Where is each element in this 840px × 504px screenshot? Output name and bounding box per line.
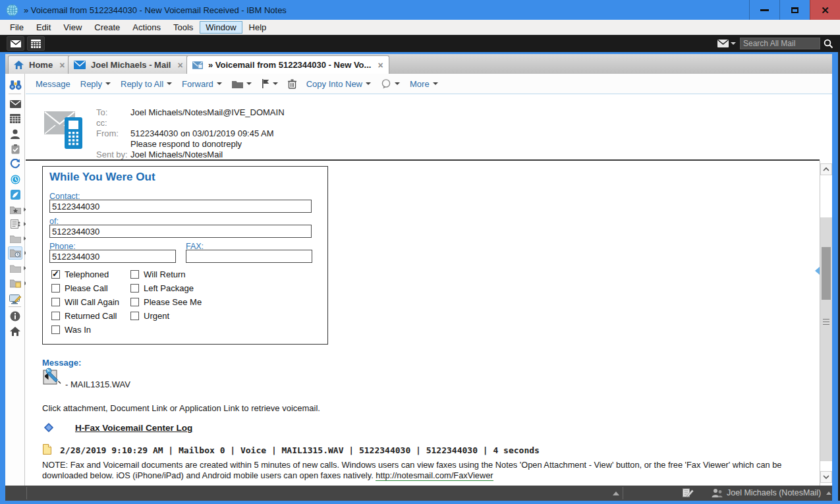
- checkbox-icon[interactable]: [51, 298, 60, 306]
- checkbox-was-in[interactable]: Was In: [51, 324, 91, 335]
- move-to-folder-button[interactable]: [232, 80, 252, 88]
- copy-into-new-button[interactable]: Copy Into New: [306, 79, 371, 89]
- forward-button[interactable]: Forward: [182, 79, 222, 89]
- checkbox-icon[interactable]: [130, 270, 139, 279]
- tab-bar: Home × Joel Michaels - Mail × » Voicemai…: [0, 54, 840, 74]
- mail-icon: [11, 40, 21, 47]
- contacts-icon[interactable]: [8, 127, 22, 140]
- tab-close-icon[interactable]: ×: [378, 61, 383, 70]
- sync-icon[interactable]: [8, 157, 22, 171]
- tab-mail[interactable]: Joel Michaels - Mail ×: [68, 55, 189, 74]
- attachment-name[interactable]: - MAIL1315.WAV: [65, 379, 130, 389]
- menu-window[interactable]: Window: [200, 21, 242, 34]
- menu-file[interactable]: File: [4, 21, 30, 34]
- checkbox-please-call[interactable]: Please Call: [51, 283, 108, 293]
- menu-create[interactable]: Create: [88, 21, 126, 34]
- maximize-button[interactable]: [779, 0, 810, 20]
- mail-icon[interactable]: [8, 98, 22, 111]
- checkbox-will-return[interactable]: Will Return: [130, 269, 186, 279]
- search-binoculars-icon[interactable]: [8, 78, 22, 92]
- calendar-icon[interactable]: [8, 112, 22, 125]
- scroll-down-button[interactable]: [820, 471, 832, 483]
- menu-view[interactable]: View: [57, 21, 88, 34]
- wav-attachment-icon[interactable]: [43, 367, 64, 385]
- recent-folder-icon[interactable]: [8, 246, 22, 260]
- current-user-menu[interactable]: Joel Michaels (NotesMail): [727, 488, 831, 497]
- message-button[interactable]: Message: [36, 79, 70, 89]
- home-icon[interactable]: [8, 325, 22, 338]
- open-calendar-button[interactable]: [27, 36, 45, 51]
- fax-viewer-link[interactable]: http://notesmail.com/FaxViewer: [376, 470, 493, 481]
- doclink-diamond-icon[interactable]: [44, 423, 53, 432]
- chat-button[interactable]: [381, 79, 400, 89]
- fax-input[interactable]: [186, 250, 312, 263]
- more-button[interactable]: More: [410, 79, 438, 89]
- hfax-voicemail-center-log-link[interactable]: H-Fax Voicemail Center Log: [75, 423, 192, 433]
- checkbox-left-package[interactable]: Left Package: [130, 283, 194, 293]
- window-border-right: [832, 52, 838, 504]
- scroll-up-button[interactable]: [820, 163, 832, 175]
- links-document-icon[interactable]: [8, 217, 22, 231]
- search-scope-mail-icon[interactable]: [717, 40, 729, 47]
- vertical-scrollbar[interactable]: [820, 161, 832, 486]
- reply-to-all-button[interactable]: Reply to All: [121, 79, 172, 89]
- of-input[interactable]: [49, 225, 312, 238]
- flag-icon: [262, 79, 269, 88]
- checkbox-icon[interactable]: [51, 325, 60, 334]
- status-editor-icon[interactable]: [683, 488, 694, 498]
- notes-folder-icon[interactable]: [8, 277, 22, 290]
- delete-button[interactable]: [288, 79, 296, 89]
- feeds-icon[interactable]: [8, 188, 22, 201]
- alarm-icon[interactable]: [8, 173, 22, 186]
- tab-close-icon[interactable]: ×: [59, 61, 65, 70]
- status-location-icon[interactable]: [712, 488, 723, 498]
- open-mail-button[interactable]: [7, 36, 24, 51]
- minimize-button[interactable]: [749, 0, 779, 20]
- checkbox-returned-call[interactable]: Returned Call: [51, 310, 117, 321]
- folder-icon[interactable]: [8, 232, 22, 245]
- tab-voicemail[interactable]: » Voicemail from 5122344030 - New Vo... …: [186, 55, 389, 74]
- scrollbar-grip-icon[interactable]: [823, 319, 829, 325]
- follow-up-flag-button[interactable]: [262, 79, 278, 88]
- menu-tools[interactable]: Tools: [167, 21, 199, 34]
- log-document-icon[interactable]: [43, 444, 51, 455]
- dropdown-icon: [433, 82, 438, 85]
- folder-icon[interactable]: [8, 262, 22, 275]
- contact-input[interactable]: [49, 200, 312, 213]
- info-icon[interactable]: [8, 310, 22, 323]
- to-value: Joel Michaels/NotesMail@IVE_DOMAIN: [130, 107, 285, 118]
- checkbox-icon[interactable]: [130, 312, 139, 320]
- checkbox-icon[interactable]: [51, 270, 60, 279]
- checkbox-icon[interactable]: [130, 298, 139, 306]
- search-icon[interactable]: [824, 39, 833, 49]
- dropdown-icon: [217, 82, 222, 85]
- dropdown-icon: [167, 82, 172, 85]
- sent-by-label: Sent by:: [96, 150, 130, 160]
- checkbox-will-call-again[interactable]: Will Call Again: [51, 296, 119, 307]
- checkbox-telephoned[interactable]: Telephoned: [51, 269, 109, 279]
- search-scope-dropdown-icon[interactable]: [731, 42, 736, 45]
- panel-collapse-icon[interactable]: [815, 267, 820, 275]
- favorites-folder-icon[interactable]: [8, 203, 22, 216]
- workspace-icon[interactable]: [8, 293, 22, 306]
- menu-edit[interactable]: Edit: [30, 21, 57, 34]
- checkbox-icon[interactable]: [51, 312, 60, 320]
- status-popup-icon[interactable]: [613, 491, 619, 495]
- search-input[interactable]: [740, 38, 820, 49]
- close-button[interactable]: ✕: [810, 0, 840, 20]
- reply-button[interactable]: Reply: [80, 79, 111, 89]
- checkbox-please-see-me[interactable]: Please See Me: [130, 296, 202, 307]
- todo-icon[interactable]: [8, 142, 22, 155]
- minimize-icon: [760, 9, 769, 11]
- checkbox-urgent[interactable]: Urgent: [130, 310, 169, 321]
- phone-input[interactable]: [49, 250, 176, 263]
- menu-actions[interactable]: Actions: [126, 21, 167, 34]
- menu-help[interactable]: Help: [243, 21, 273, 34]
- scrollbar-thumb[interactable]: [822, 247, 831, 300]
- mail-icon: [74, 61, 86, 69]
- maximize-icon: [791, 7, 798, 13]
- checkbox-icon[interactable]: [51, 284, 60, 293]
- tab-home[interactable]: Home ×: [8, 55, 70, 74]
- tab-close-icon[interactable]: ×: [177, 61, 182, 70]
- checkbox-icon[interactable]: [130, 284, 139, 293]
